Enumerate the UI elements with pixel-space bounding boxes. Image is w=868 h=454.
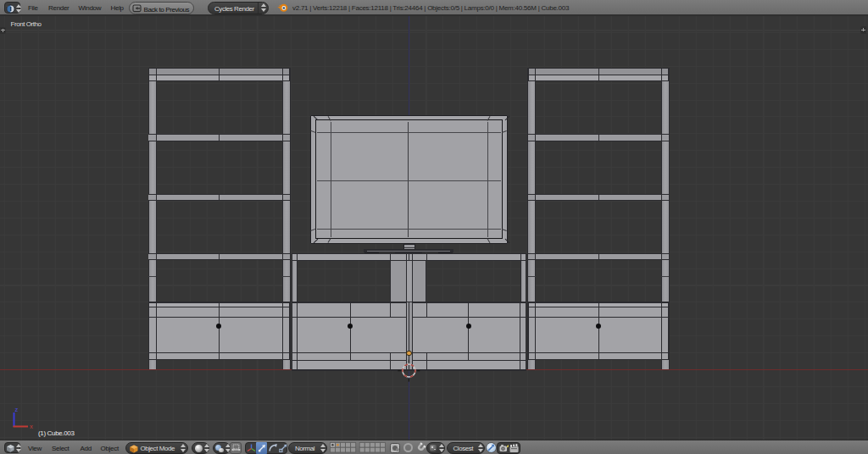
svg-text:(1) Cube.003: (1) Cube.003 [38,429,75,437]
svg-text:z: z [15,406,19,413]
svg-text:Front Ortho: Front Ortho [11,20,42,28]
svg-text:x: x [30,423,33,430]
